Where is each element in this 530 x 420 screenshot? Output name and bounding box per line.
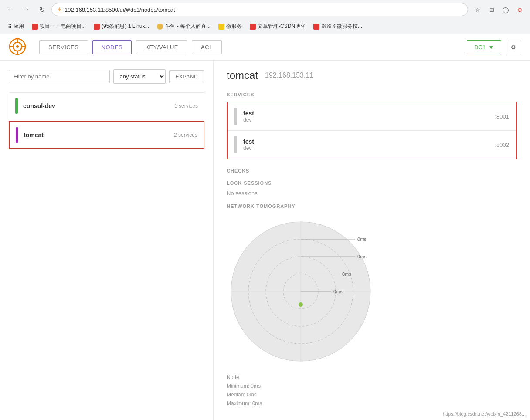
- top-nav: SERVICES NODES KEY/VALUE ACL DC1 ▼ ⚙: [0, 34, 530, 61]
- bookmark-3[interactable]: 斗鱼 - 每个人的直...: [153, 21, 214, 31]
- settings-icon: ⚙: [511, 44, 516, 51]
- stat-minimum: Minimum: 0ms: [227, 383, 517, 389]
- stat-median-label: Median: 0ms: [227, 392, 257, 398]
- service-tags-1: dev: [243, 117, 495, 123]
- node-name: consul-dev: [23, 102, 174, 109]
- app-container: SERVICES NODES KEY/VALUE ACL DC1 ▼ ⚙ any…: [0, 34, 530, 420]
- stat-maximum: Maximum: 0ms: [227, 400, 517, 406]
- bookmarks-bar: ⠿ 应用 项目一：电商项目... (95条消息) 1 Linux... 斗鱼 -…: [0, 19, 530, 34]
- tomo-stats: Node: Minimum: 0ms Median: 0ms Maximum: …: [227, 374, 517, 406]
- node-ip: 192.168.153.11: [265, 71, 313, 79]
- back-button[interactable]: ←: [4, 3, 17, 16]
- extension-button[interactable]: ⊞: [486, 3, 498, 16]
- service-status-bar-1: [234, 108, 237, 125]
- service-port-1: :8001: [495, 113, 509, 120]
- svg-text:0ms: 0ms: [333, 289, 343, 294]
- service-info-1: test dev: [243, 110, 495, 123]
- stat-node-label: Node:: [227, 374, 241, 380]
- browser-actions: ☆ ⊞ ◯ ⊕: [472, 3, 526, 16]
- node-status-indicator: [15, 98, 18, 114]
- svg-point-2: [16, 45, 19, 48]
- node-item-tomcat[interactable]: tomcat 2 services: [9, 121, 204, 149]
- node-name: tomcat: [24, 132, 174, 139]
- tab-acl[interactable]: ACL: [192, 40, 222, 54]
- bookmark-apps[interactable]: ⠿ 应用: [4, 21, 27, 31]
- address-bar[interactable]: ⚠ 192.168.153.11:8500/ui/#/dc1/nodes/tom…: [51, 3, 468, 16]
- node-header: tomcat 192.168.153.11: [227, 69, 517, 81]
- bookmark-icon-1: [32, 24, 38, 30]
- filter-row: any status passing warning critical EXPA…: [9, 69, 204, 84]
- left-panel: any status passing warning critical EXPA…: [0, 61, 214, 420]
- node-services-count: 2 services: [174, 132, 197, 138]
- lock-sessions-section: LOCK SESSIONS No sessions: [227, 180, 517, 196]
- logo-area: [9, 38, 26, 57]
- checks-label: CHECKS: [227, 168, 517, 173]
- bookmark-icon-5: [250, 24, 256, 30]
- profile-button[interactable]: ◯: [499, 3, 512, 16]
- url-text: 192.168.153.11:8500/ui/#/dc1/nodes/tomca…: [65, 7, 462, 13]
- bookmark-6[interactable]: ※※※微服务技...: [310, 21, 366, 31]
- svg-text:0ms: 0ms: [357, 254, 367, 259]
- bookmark-5[interactable]: 文章管理-CSDN博客: [246, 21, 309, 31]
- no-sessions-text: No sessions: [227, 190, 517, 196]
- browser-toolbar: ← → ↻ ⚠ 192.168.153.11:8500/ui/#/dc1/nod…: [0, 0, 530, 19]
- right-panel: tomcat 192.168.153.11 SERVICES test dev …: [214, 61, 530, 420]
- settings-button[interactable]: ⚙: [506, 40, 521, 55]
- node-title: tomcat: [227, 69, 258, 81]
- node-item-consul-dev[interactable]: consul-dev 1 services: [9, 92, 204, 119]
- bookmark-4[interactable]: 微服务: [215, 21, 245, 31]
- tab-keyvalue[interactable]: KEY/VALUE: [136, 40, 187, 54]
- service-name-1: test: [243, 110, 495, 117]
- tomography-svg: 0ms 0ms 0ms 0ms: [227, 217, 375, 366]
- browser-chrome: ← → ↻ ⚠ 192.168.153.11:8500/ui/#/dc1/nod…: [0, 0, 530, 34]
- bookmark-icon-3: [157, 24, 163, 30]
- forward-button[interactable]: →: [20, 3, 32, 16]
- node-services-count: 1 services: [174, 103, 198, 109]
- services-list: test dev :8001 test dev :8002: [227, 102, 517, 159]
- service-info-2: test dev: [243, 138, 495, 151]
- service-item-1[interactable]: test dev :8001: [228, 102, 516, 131]
- node-status-indicator: [16, 127, 18, 143]
- svg-text:0ms: 0ms: [342, 271, 351, 277]
- dc-dropdown[interactable]: DC1 ▼: [467, 40, 501, 54]
- status-select[interactable]: any status passing warning critical: [113, 69, 166, 84]
- expand-button[interactable]: EXPAND: [169, 70, 204, 83]
- dc-label: DC1: [474, 44, 486, 51]
- tab-services[interactable]: SERVICES: [39, 40, 88, 54]
- node-list: consul-dev 1 services tomcat 2 services: [9, 92, 204, 151]
- reload-button[interactable]: ↻: [36, 3, 48, 16]
- bookmark-1[interactable]: 项目一：电商项目...: [28, 21, 89, 31]
- services-section-label: SERVICES: [227, 92, 517, 97]
- footer-link[interactable]: https://blog.csdn.net/weixin_4211268...: [443, 411, 526, 417]
- bookmark-icon-2: [94, 24, 100, 30]
- consul-logo: [9, 38, 26, 55]
- svg-point-21: [299, 302, 303, 307]
- service-status-bar-2: [234, 136, 237, 153]
- checks-section: CHECKS: [227, 168, 517, 173]
- svg-text:0ms: 0ms: [357, 237, 367, 242]
- menu-button[interactable]: ⊕: [513, 3, 526, 16]
- tab-nodes[interactable]: NODES: [92, 40, 132, 54]
- bookmark-2[interactable]: (95条消息) 1 Linux...: [90, 21, 153, 31]
- bookmark-icon-6: [313, 24, 319, 30]
- service-tags-2: dev: [243, 145, 495, 151]
- tomography-chart: 0ms 0ms 0ms 0ms: [227, 217, 375, 366]
- apps-icon: ⠿: [8, 24, 12, 30]
- stat-node: Node:: [227, 374, 517, 380]
- service-port-2: :8002: [495, 142, 509, 148]
- network-tomography-label: NETWORK TOMOGRAPHY: [227, 203, 517, 209]
- dc-chevron-icon: ▼: [488, 44, 494, 51]
- filter-input[interactable]: [9, 70, 110, 83]
- service-name-2: test: [243, 138, 495, 145]
- lock-sessions-label: LOCK SESSIONS: [227, 180, 517, 186]
- lock-icon: ⚠: [57, 7, 62, 13]
- stat-minimum-label: Minimum: 0ms: [227, 383, 261, 389]
- bookmark-star-button[interactable]: ☆: [472, 3, 484, 16]
- bookmark-icon-4: [218, 24, 224, 30]
- stat-median: Median: 0ms: [227, 392, 517, 398]
- stat-maximum-label: Maximum: 0ms: [227, 400, 262, 406]
- main-content: any status passing warning critical EXPA…: [0, 61, 530, 420]
- service-item-2[interactable]: test dev :8002: [228, 131, 516, 159]
- tomography-section: NETWORK TOMOGRAPHY: [227, 203, 517, 406]
